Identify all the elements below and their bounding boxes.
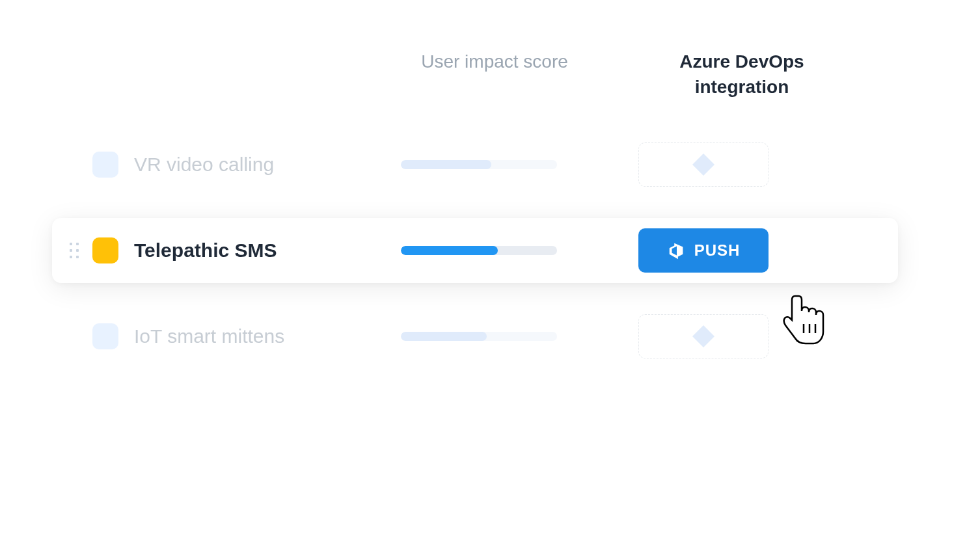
- azure-devops-icon: [692, 325, 715, 347]
- feature-name: IoT smart mittens: [134, 325, 355, 347]
- push-button[interactable]: PUSH: [638, 228, 769, 273]
- feature-row[interactable]: VR video calling: [52, 132, 898, 197]
- feature-checkbox[interactable]: [92, 237, 118, 263]
- impact-score-fill: [401, 160, 491, 169]
- cursor-pointer-icon: [781, 293, 826, 348]
- feature-checkbox[interactable]: [92, 152, 118, 178]
- column-header-integration: Azure DevOps integration: [651, 49, 833, 100]
- azure-devops-icon: [667, 241, 687, 260]
- feature-name: Telepathic SMS: [134, 239, 355, 262]
- azure-integration-placeholder[interactable]: [638, 314, 769, 358]
- impact-score-bar: [401, 160, 557, 169]
- impact-score-fill: [401, 246, 498, 255]
- impact-score-fill: [401, 332, 487, 341]
- impact-score-bar: [401, 332, 557, 341]
- azure-devops-icon: [692, 154, 715, 176]
- feature-row[interactable]: Telepathic SMS PUSH: [52, 218, 898, 283]
- feature-name: VR video calling: [134, 154, 355, 176]
- impact-score-bar: [401, 246, 557, 255]
- push-button-label: PUSH: [694, 241, 741, 260]
- feature-checkbox[interactable]: [92, 323, 118, 349]
- column-header-impact: User impact score: [403, 49, 586, 100]
- drag-handle-icon[interactable]: [68, 240, 81, 261]
- azure-integration-placeholder[interactable]: [638, 142, 769, 187]
- feature-row[interactable]: IoT smart mittens: [52, 304, 898, 369]
